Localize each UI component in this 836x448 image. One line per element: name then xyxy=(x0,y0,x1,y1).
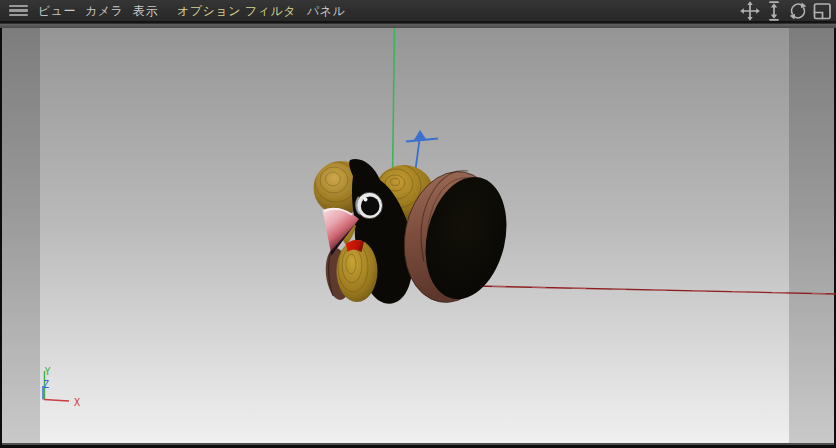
duck-model[interactable] xyxy=(314,159,518,311)
menu-item-filter[interactable]: フィルタ xyxy=(245,0,296,21)
scene-canvas: Y Z X xyxy=(0,0,836,448)
app-window: ビュー カメラ 表示 オプション フィルタ パネル xyxy=(0,0,836,448)
duck-eye xyxy=(356,192,382,218)
hamburger-menu-icon[interactable] xyxy=(9,5,28,16)
axis-tripod: Y Z X xyxy=(43,366,80,408)
rotate-icon[interactable] xyxy=(787,1,809,21)
viewport-camera-controls xyxy=(739,0,833,21)
menu-item-camera[interactable]: カメラ xyxy=(85,0,123,21)
menu-item-options[interactable]: オプション xyxy=(177,0,241,21)
menu-item-view[interactable]: ビュー xyxy=(38,0,76,21)
tripod-x-label: X xyxy=(74,397,80,408)
menu-item-display[interactable]: 表示 xyxy=(133,0,158,21)
pan-icon[interactable] xyxy=(739,1,761,21)
world-y-axis-line xyxy=(393,27,395,178)
menu-item-panel[interactable]: パネル xyxy=(307,0,345,21)
menubar-separator xyxy=(0,21,836,28)
world-x-axis-line xyxy=(452,286,836,295)
dolly-icon[interactable] xyxy=(763,1,785,21)
tripod-y-label: Y xyxy=(44,366,50,377)
maximize-icon[interactable] xyxy=(811,1,833,21)
viewport-menubar: ビュー カメラ 表示 オプション フィルタ パネル xyxy=(0,0,836,21)
tripod-z-label: Z xyxy=(43,379,49,390)
